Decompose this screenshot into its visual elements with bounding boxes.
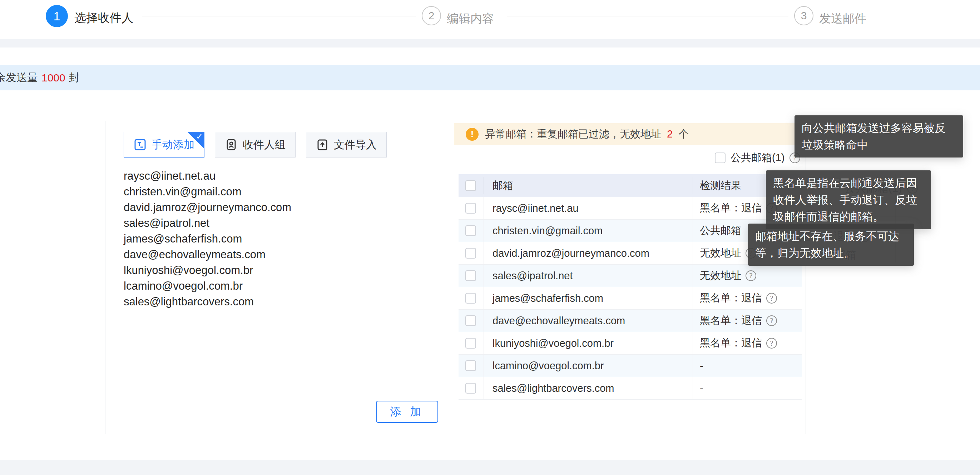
- quota-count: 1000: [41, 72, 65, 84]
- row-checkbox[interactable]: [465, 248, 476, 259]
- row-status: -: [700, 360, 703, 372]
- row-checkbox[interactable]: [465, 315, 476, 326]
- row-email: raysc@iinet.net.au: [493, 202, 579, 214]
- status-help-icon[interactable]: ?: [746, 270, 756, 281]
- row-status: 无效地址: [700, 246, 741, 261]
- step-2-label: 编辑内容: [447, 11, 494, 27]
- email-line: sales@ipatrol.net: [124, 215, 438, 231]
- warning-suffix: 个: [678, 128, 689, 140]
- step-1-label: 选择收件人: [74, 10, 133, 26]
- row-status: 无效地址: [700, 268, 741, 283]
- step-3-indicator[interactable]: 3: [794, 6, 813, 25]
- email-line: lkuniyoshi@voegol.com.br: [124, 262, 438, 278]
- select-all-checkbox[interactable]: [465, 180, 476, 191]
- row-email: david.jamroz@journeymanco.com: [493, 248, 649, 259]
- step-3-label: 发送邮件: [819, 11, 866, 27]
- row-status: 公共邮箱: [700, 224, 741, 238]
- table-row: raysc@iinet.net.au 黑名单：退信?: [458, 197, 802, 220]
- step-1-indicator[interactable]: 1: [46, 5, 68, 27]
- quota-unit: 封: [69, 70, 80, 85]
- email-line: christen.vin@gmail.com: [124, 184, 438, 200]
- tooltip-blacklist: 黑名单是指在云邮通发送后因收件人举报、手动退订、反垃圾邮件而退信的邮箱。: [766, 170, 931, 229]
- email-line: dave@echovalleymeats.com: [124, 247, 438, 262]
- file-import-icon: [316, 138, 329, 151]
- tab-file-import-label: 文件导入: [334, 138, 377, 152]
- row-checkbox[interactable]: [465, 293, 476, 303]
- row-email: dave@echovalleymeats.com: [493, 315, 625, 327]
- panel-divider: [454, 121, 454, 434]
- warning-icon: !: [466, 128, 479, 141]
- page: 1 选择收件人 2 编辑内容 3 发送邮件 余发送量 1000 封 手动添加 ✓: [0, 0, 980, 475]
- row-email: sales@ipatrol.net: [493, 270, 573, 282]
- row-status: 黑名单：退信: [700, 336, 762, 350]
- tab-recipient-group[interactable]: 收件人组: [215, 132, 296, 157]
- table-row: lcamino@voegol.com.br -: [458, 355, 802, 377]
- row-checkbox[interactable]: [465, 270, 476, 281]
- public-mailbox-checkbox[interactable]: [715, 153, 725, 163]
- email-line: lcamino@voegol.com.br: [124, 278, 438, 294]
- email-line: david.jamroz@journeymanco.com: [124, 200, 438, 215]
- status-help-icon[interactable]: ?: [766, 293, 777, 303]
- bottom-separator-band: [0, 460, 980, 475]
- row-email: lkuniyoshi@voegol.com.br: [493, 337, 614, 349]
- recipient-group-icon: [225, 138, 238, 151]
- row-checkbox[interactable]: [465, 338, 476, 349]
- email-line: james@schaferfish.com: [124, 231, 438, 247]
- row-status: 黑名单：退信: [700, 314, 762, 328]
- public-mailbox-label: 公共邮箱(1): [730, 151, 784, 165]
- warning-text: 异常邮箱：重复邮箱已过滤，无效地址: [485, 128, 661, 140]
- email-line: raysc@iinet.net.au: [124, 168, 438, 184]
- row-checkbox[interactable]: [465, 226, 476, 236]
- warning-count: 2: [667, 128, 673, 140]
- step-2-indicator[interactable]: 2: [422, 6, 441, 25]
- quota-prefix: 余发送量: [0, 70, 38, 85]
- table-row: dave@echovalleymeats.com 黑名单：退信?: [458, 310, 802, 332]
- check-result-table: 邮箱 检测结果 raysc@iinet.net.au 黑名单：退信? chris…: [458, 174, 802, 400]
- step-connector-2: [507, 16, 788, 16]
- table-row: james@schaferfish.com 黑名单：退信?: [458, 287, 802, 310]
- table-header: 邮箱 检测结果: [458, 174, 802, 197]
- step-connector-1: [142, 16, 416, 16]
- email-line: sales@lightbarcovers.com: [124, 294, 438, 310]
- add-button[interactable]: 添 加: [376, 401, 438, 423]
- public-mailbox-filter: 公共邮箱(1) ?: [715, 151, 800, 165]
- manual-add-icon: [134, 138, 146, 151]
- row-checkbox[interactable]: [465, 203, 476, 214]
- row-checkbox[interactable]: [465, 361, 476, 371]
- column-header-status: 检测结果: [700, 179, 741, 193]
- row-email: sales@lightbarcovers.com: [493, 383, 614, 394]
- row-checkbox[interactable]: [465, 383, 476, 394]
- status-help-icon[interactable]: ?: [766, 315, 777, 326]
- recipient-panel: 手动添加 ✓ 收件人组 文件导入 raysc@iinet.net.au chri…: [105, 121, 806, 434]
- step-wizard: 1 选择收件人 2 编辑内容 3 发送邮件: [0, 0, 980, 36]
- step-2-number: 2: [428, 10, 434, 22]
- tooltip-invalid-address: 邮箱地址不存在、服务不可达等，归为无效地址。: [748, 224, 914, 266]
- table-row: sales@ipatrol.net 无效地址?: [458, 265, 802, 287]
- quota-banner: 余发送量 1000 封: [0, 65, 980, 91]
- status-help-icon[interactable]: ?: [766, 338, 777, 349]
- table-row: lkuniyoshi@voegol.com.br 黑名单：退信?: [458, 332, 802, 355]
- row-email: lcamino@voegol.com.br: [493, 360, 604, 372]
- tab-file-import[interactable]: 文件导入: [306, 132, 387, 157]
- step-3-number: 3: [801, 10, 807, 22]
- tooltip-public-mailbox: 向公共邮箱发送过多容易被反垃圾策略命中: [794, 115, 963, 157]
- row-status: 黑名单：退信: [700, 291, 762, 305]
- row-email: christen.vin@gmail.com: [493, 225, 603, 237]
- row-email: james@schaferfish.com: [493, 292, 603, 304]
- row-status: 黑名单：退信: [700, 201, 762, 215]
- table-row: sales@lightbarcovers.com -: [458, 377, 802, 400]
- column-header-email: 邮箱: [493, 179, 513, 193]
- top-separator-band: [0, 39, 980, 48]
- tab-recipient-group-label: 收件人组: [243, 138, 286, 152]
- email-input-area[interactable]: raysc@iinet.net.au christen.vin@gmail.co…: [124, 168, 438, 310]
- tab-manual-add[interactable]: 手动添加 ✓: [124, 132, 204, 157]
- step-1-number: 1: [54, 9, 60, 23]
- row-status: -: [700, 383, 703, 394]
- abnormal-mailbox-warning: ! 异常邮箱：重复邮箱已过滤，无效地址 2 个: [454, 123, 806, 145]
- check-icon: ✓: [196, 132, 203, 141]
